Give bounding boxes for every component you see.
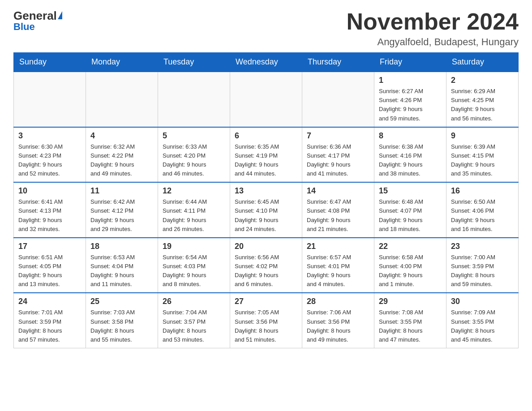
table-row: 9Sunrise: 6:39 AM Sunset: 4:15 PM Daylig… <box>446 127 519 183</box>
day-number: 22 <box>379 242 442 251</box>
week-row-1: 1Sunrise: 6:27 AM Sunset: 4:26 PM Daylig… <box>14 72 519 127</box>
table-row: 5Sunrise: 6:33 AM Sunset: 4:20 PM Daylig… <box>158 127 230 183</box>
table-row: 10Sunrise: 6:41 AM Sunset: 4:13 PM Dayli… <box>14 182 86 238</box>
day-info: Sunrise: 6:54 AM Sunset: 4:03 PM Dayligh… <box>163 253 225 289</box>
day-number: 29 <box>379 297 442 306</box>
day-number: 18 <box>90 242 153 251</box>
table-row: 23Sunrise: 7:00 AM Sunset: 3:59 PM Dayli… <box>446 238 519 293</box>
day-info: Sunrise: 6:48 AM Sunset: 4:07 PM Dayligh… <box>379 197 442 234</box>
calendar-table: SundayMondayTuesdayWednesdayThursdayFrid… <box>13 52 519 348</box>
table-row: 13Sunrise: 6:45 AM Sunset: 4:10 PM Dayli… <box>230 182 302 238</box>
table-row: 16Sunrise: 6:50 AM Sunset: 4:06 PM Dayli… <box>446 182 519 238</box>
table-row: 30Sunrise: 7:09 AM Sunset: 3:55 PM Dayli… <box>446 293 519 348</box>
week-row-5: 24Sunrise: 7:01 AM Sunset: 3:59 PM Dayli… <box>14 293 519 348</box>
day-info: Sunrise: 7:08 AM Sunset: 3:55 PM Dayligh… <box>379 308 442 344</box>
weekday-header-wednesday: Wednesday <box>230 53 302 72</box>
logo: General Blue <box>13 9 62 33</box>
table-row <box>14 72 86 127</box>
table-row: 26Sunrise: 7:04 AM Sunset: 3:57 PM Dayli… <box>158 293 230 348</box>
day-number: 20 <box>235 242 297 251</box>
weekday-header-row: SundayMondayTuesdayWednesdayThursdayFrid… <box>14 53 519 72</box>
month-title: November 2024 <box>347 9 519 34</box>
table-row <box>302 72 374 127</box>
week-row-2: 3Sunrise: 6:30 AM Sunset: 4:23 PM Daylig… <box>14 127 519 183</box>
day-number: 14 <box>307 186 369 196</box>
week-row-4: 17Sunrise: 6:51 AM Sunset: 4:05 PM Dayli… <box>14 238 519 293</box>
day-info: Sunrise: 6:47 AM Sunset: 4:08 PM Dayligh… <box>307 197 369 234</box>
day-number: 2 <box>451 76 514 85</box>
page-header: General Blue November 2024 Angyalfoeld, … <box>13 9 519 48</box>
table-row: 20Sunrise: 6:56 AM Sunset: 4:02 PM Dayli… <box>230 238 302 293</box>
table-row: 3Sunrise: 6:30 AM Sunset: 4:23 PM Daylig… <box>14 127 86 183</box>
day-number: 28 <box>307 297 369 306</box>
day-info: Sunrise: 6:39 AM Sunset: 4:15 PM Dayligh… <box>451 142 514 179</box>
day-number: 11 <box>90 186 153 196</box>
day-number: 27 <box>235 297 297 306</box>
day-info: Sunrise: 7:06 AM Sunset: 3:56 PM Dayligh… <box>307 308 369 344</box>
day-number: 10 <box>18 186 81 196</box>
weekday-header-sunday: Sunday <box>14 53 86 72</box>
table-row: 1Sunrise: 6:27 AM Sunset: 4:26 PM Daylig… <box>374 72 446 127</box>
day-info: Sunrise: 6:57 AM Sunset: 4:01 PM Dayligh… <box>307 253 369 289</box>
table-row: 27Sunrise: 7:05 AM Sunset: 3:56 PM Dayli… <box>230 293 302 348</box>
table-row: 21Sunrise: 6:57 AM Sunset: 4:01 PM Dayli… <box>302 238 374 293</box>
table-row: 28Sunrise: 7:06 AM Sunset: 3:56 PM Dayli… <box>302 293 374 348</box>
day-number: 12 <box>163 186 225 196</box>
table-row <box>230 72 302 127</box>
table-row <box>158 72 230 127</box>
day-info: Sunrise: 6:56 AM Sunset: 4:02 PM Dayligh… <box>235 253 297 289</box>
day-number: 24 <box>18 297 81 306</box>
day-info: Sunrise: 6:58 AM Sunset: 4:00 PM Dayligh… <box>379 253 442 289</box>
day-number: 19 <box>163 242 225 251</box>
table-row: 25Sunrise: 7:03 AM Sunset: 3:58 PM Dayli… <box>86 293 158 348</box>
title-section: November 2024 Angyalfoeld, Budapest, Hun… <box>347 9 519 48</box>
day-info: Sunrise: 7:01 AM Sunset: 3:59 PM Dayligh… <box>18 308 81 344</box>
weekday-header-tuesday: Tuesday <box>158 53 230 72</box>
day-number: 8 <box>379 131 442 141</box>
day-info: Sunrise: 6:41 AM Sunset: 4:13 PM Dayligh… <box>18 197 81 234</box>
table-row: 19Sunrise: 6:54 AM Sunset: 4:03 PM Dayli… <box>158 238 230 293</box>
day-number: 4 <box>90 131 153 141</box>
table-row: 24Sunrise: 7:01 AM Sunset: 3:59 PM Dayli… <box>14 293 86 348</box>
day-info: Sunrise: 6:42 AM Sunset: 4:12 PM Dayligh… <box>90 197 153 234</box>
table-row: 11Sunrise: 6:42 AM Sunset: 4:12 PM Dayli… <box>86 182 158 238</box>
week-row-3: 10Sunrise: 6:41 AM Sunset: 4:13 PM Dayli… <box>14 182 519 238</box>
day-number: 6 <box>235 131 297 141</box>
day-info: Sunrise: 6:45 AM Sunset: 4:10 PM Dayligh… <box>235 197 297 234</box>
day-number: 3 <box>18 131 81 141</box>
day-info: Sunrise: 6:33 AM Sunset: 4:20 PM Dayligh… <box>163 142 225 179</box>
day-info: Sunrise: 6:32 AM Sunset: 4:22 PM Dayligh… <box>90 142 153 179</box>
table-row: 15Sunrise: 6:48 AM Sunset: 4:07 PM Dayli… <box>374 182 446 238</box>
day-number: 26 <box>163 297 225 306</box>
table-row: 4Sunrise: 6:32 AM Sunset: 4:22 PM Daylig… <box>86 127 158 183</box>
day-info: Sunrise: 7:04 AM Sunset: 3:57 PM Dayligh… <box>163 308 225 344</box>
day-info: Sunrise: 6:36 AM Sunset: 4:17 PM Dayligh… <box>307 142 369 179</box>
day-number: 30 <box>451 297 514 306</box>
day-info: Sunrise: 6:51 AM Sunset: 4:05 PM Dayligh… <box>18 253 81 289</box>
day-info: Sunrise: 6:53 AM Sunset: 4:04 PM Dayligh… <box>90 253 153 289</box>
day-number: 1 <box>379 76 442 85</box>
table-row: 22Sunrise: 6:58 AM Sunset: 4:00 PM Dayli… <box>374 238 446 293</box>
table-row: 8Sunrise: 6:38 AM Sunset: 4:16 PM Daylig… <box>374 127 446 183</box>
logo-triangle-icon <box>58 11 62 19</box>
table-row <box>86 72 158 127</box>
day-info: Sunrise: 7:09 AM Sunset: 3:55 PM Dayligh… <box>451 308 514 344</box>
weekday-header-saturday: Saturday <box>446 53 519 72</box>
day-number: 25 <box>90 297 153 306</box>
day-info: Sunrise: 6:30 AM Sunset: 4:23 PM Dayligh… <box>18 142 81 179</box>
day-number: 5 <box>163 131 225 141</box>
day-info: Sunrise: 7:03 AM Sunset: 3:58 PM Dayligh… <box>90 308 153 344</box>
day-info: Sunrise: 6:27 AM Sunset: 4:26 PM Dayligh… <box>379 87 442 123</box>
day-info: Sunrise: 6:35 AM Sunset: 4:19 PM Dayligh… <box>235 142 297 179</box>
day-info: Sunrise: 7:00 AM Sunset: 3:59 PM Dayligh… <box>451 253 514 289</box>
day-number: 17 <box>18 242 81 251</box>
table-row: 7Sunrise: 6:36 AM Sunset: 4:17 PM Daylig… <box>302 127 374 183</box>
day-number: 7 <box>307 131 369 141</box>
weekday-header-monday: Monday <box>86 53 158 72</box>
table-row: 29Sunrise: 7:08 AM Sunset: 3:55 PM Dayli… <box>374 293 446 348</box>
weekday-header-thursday: Thursday <box>302 53 374 72</box>
day-info: Sunrise: 6:29 AM Sunset: 4:25 PM Dayligh… <box>451 87 514 123</box>
day-number: 15 <box>379 186 442 196</box>
logo-blue-text: Blue <box>13 21 35 33</box>
table-row: 2Sunrise: 6:29 AM Sunset: 4:25 PM Daylig… <box>446 72 519 127</box>
